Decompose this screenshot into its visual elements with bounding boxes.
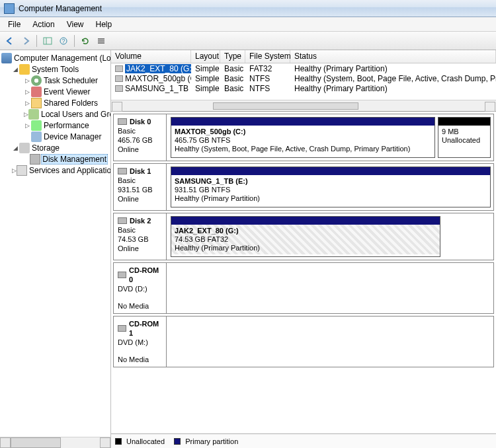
disk-icon bbox=[118, 118, 127, 125]
storage-icon bbox=[19, 143, 30, 153]
view-list-button[interactable] bbox=[94, 34, 108, 48]
disk-partitions bbox=[167, 317, 493, 367]
partition-bar bbox=[171, 217, 440, 225]
disk-row[interactable]: CD-ROM 0 DVD (D:) No Media bbox=[113, 262, 494, 314]
volume-fs: NTFS bbox=[245, 84, 290, 93]
partition-name: JAK2_EXT_80 (G:) bbox=[175, 227, 436, 235]
partition-name: SAMSUNG_1_TB (E:) bbox=[175, 177, 487, 186]
disk-row[interactable]: Disk 2 Basic 74.53 GB Online JAK2_EXT_80… bbox=[113, 213, 494, 260]
volume-row[interactable]: SAMSUNG_1_TB (E:) Simple Basic NTFS Heal… bbox=[111, 83, 496, 93]
services-icon bbox=[17, 165, 27, 176]
volume-layout: Simple bbox=[191, 74, 220, 83]
volume-icon bbox=[115, 65, 123, 72]
tree-label: Shared Folders bbox=[44, 98, 98, 108]
volume-fs: FAT32 bbox=[245, 64, 290, 73]
disk-row[interactable]: Disk 1 Basic 931.51 GB Online SAMSUNG_1_… bbox=[113, 163, 494, 211]
partition-unallocated[interactable]: 9 MB Unallocated bbox=[438, 117, 491, 158]
disk-row[interactable]: CD-ROM 1 DVD (M:) No Media bbox=[113, 316, 494, 367]
col-filesystem[interactable]: File System bbox=[245, 50, 290, 63]
right-pane: Volume Layout Type File System Status JA… bbox=[111, 50, 496, 448]
expand-icon[interactable]: ▷ bbox=[12, 167, 17, 174]
tree-h-scrollbar[interactable] bbox=[0, 437, 110, 448]
expand-icon[interactable]: ▷ bbox=[24, 111, 28, 118]
refresh-button[interactable] bbox=[78, 34, 93, 48]
disk-info: CD-ROM 1 DVD (M:) No Media bbox=[114, 317, 167, 367]
tree-storage[interactable]: ◢Storage bbox=[0, 142, 110, 153]
partition-health: Healthy (Primary Partition) bbox=[175, 244, 436, 252]
partition[interactable]: SAMSUNG_1_TB (E:) 931.51 GB NTFS Healthy… bbox=[171, 167, 491, 207]
toolbar-separator bbox=[74, 35, 75, 47]
volume-row[interactable]: JAK2_EXT_80 (G:) Simple Basic FAT32 Heal… bbox=[111, 63, 496, 73]
tree-label: Device Manager bbox=[44, 132, 101, 141]
computer-mgmt-window: Computer Management File Action View Hel… bbox=[0, 0, 496, 448]
volume-status: Healthy (Primary Partition) bbox=[290, 84, 496, 93]
partition-size: 74.53 GB FAT32 bbox=[175, 235, 436, 244]
tree-systools[interactable]: ◢System Tools bbox=[0, 63, 110, 75]
volume-icon bbox=[115, 85, 123, 92]
tree-shared-folders[interactable]: ▷Shared Folders bbox=[0, 97, 110, 108]
col-type[interactable]: Type bbox=[220, 50, 245, 63]
col-status[interactable]: Status bbox=[290, 50, 496, 63]
col-layout[interactable]: Layout bbox=[191, 50, 220, 63]
window-title: Computer Management bbox=[19, 4, 102, 13]
content-area: Computer Management (Local ◢System Tools… bbox=[0, 50, 496, 448]
back-button[interactable] bbox=[3, 34, 17, 48]
partition[interactable]: JAK2_EXT_80 (G:) 74.53 GB FAT32 Healthy … bbox=[171, 216, 440, 257]
partition-bar bbox=[438, 118, 490, 126]
menu-view[interactable]: View bbox=[62, 19, 89, 30]
legend-label: Primary partition bbox=[185, 437, 238, 445]
expand-icon[interactable]: ▷ bbox=[24, 100, 31, 106]
expand-icon[interactable]: ▷ bbox=[24, 77, 31, 84]
volume-row[interactable]: MAXTOR_500gb (C:) Simple Basic NTFS Heal… bbox=[111, 73, 496, 83]
volume-name: JAK2_EXT_80 (G:) bbox=[125, 64, 191, 73]
svg-rect-5 bbox=[98, 40, 104, 42]
tree-root[interactable]: Computer Management (Local bbox=[0, 52, 110, 63]
disk-status: Online bbox=[118, 145, 162, 154]
partition[interactable]: MAXTOR_500gb (C:) 465.75 GB NTFS Healthy… bbox=[171, 117, 435, 158]
app-icon bbox=[4, 3, 15, 14]
menu-action[interactable]: Action bbox=[27, 19, 60, 30]
nav-tree[interactable]: Computer Management (Local ◢System Tools… bbox=[0, 50, 111, 448]
disk-row[interactable]: Disk 0 Basic 465.76 GB Online MAXTOR_500… bbox=[113, 114, 494, 161]
collapse-icon[interactable]: ◢ bbox=[12, 66, 19, 73]
tree-label: Task Scheduler bbox=[44, 76, 98, 85]
partition-health: Unallocated bbox=[442, 136, 487, 145]
partition-size: 465.75 GB NTFS bbox=[175, 136, 431, 145]
collapse-icon[interactable]: ◢ bbox=[12, 145, 19, 151]
disk-status: Online bbox=[118, 244, 162, 253]
volume-header[interactable]: Volume Layout Type File System Status bbox=[111, 50, 496, 63]
svg-rect-4 bbox=[98, 38, 104, 40]
tree-label: Computer Management (Local bbox=[14, 54, 111, 63]
partition-size: 931.51 GB NTFS bbox=[175, 186, 487, 194]
partition-bar bbox=[171, 118, 434, 126]
volume-status: Healthy (System, Boot, Page File, Active… bbox=[290, 74, 496, 83]
tree-services[interactable]: ▷Services and Applications bbox=[0, 165, 110, 176]
tree-label: Services and Applications bbox=[29, 166, 111, 175]
volume-name: MAXTOR_500gb (C:) bbox=[125, 74, 191, 83]
col-volume[interactable]: Volume bbox=[111, 50, 191, 63]
menu-help[interactable]: Help bbox=[91, 19, 118, 30]
svg-rect-6 bbox=[98, 42, 104, 44]
tree-label: Event Viewer bbox=[44, 87, 90, 96]
tree-disk-management[interactable]: Disk Management bbox=[0, 153, 110, 165]
svg-rect-0 bbox=[44, 38, 52, 44]
disk-partitions bbox=[167, 263, 493, 313]
folder-icon bbox=[31, 98, 42, 108]
disk-type: Basic bbox=[118, 225, 162, 235]
disk-name: CD-ROM 0 bbox=[129, 266, 162, 284]
tree-device-manager[interactable]: Device Manager bbox=[0, 131, 110, 142]
tree-task-scheduler[interactable]: ▷Task Scheduler bbox=[0, 75, 110, 86]
tree-event-viewer[interactable]: ▷Event Viewer bbox=[0, 86, 110, 97]
titlebar[interactable]: Computer Management bbox=[0, 0, 496, 17]
forward-button[interactable] bbox=[19, 34, 33, 48]
tree-local-users[interactable]: ▷Local Users and Groups bbox=[0, 108, 110, 120]
tree-performance[interactable]: ▷Performance bbox=[0, 120, 110, 131]
partition-health: Healthy (Primary Partition) bbox=[175, 194, 487, 203]
volume-h-scrollbar[interactable] bbox=[111, 100, 496, 111]
disk-icon bbox=[30, 154, 40, 165]
expand-icon[interactable]: ▷ bbox=[24, 122, 31, 129]
help-button[interactable]: ? bbox=[56, 34, 71, 48]
menu-file[interactable]: File bbox=[3, 19, 26, 30]
expand-icon[interactable]: ▷ bbox=[24, 89, 31, 95]
show-hide-tree-button[interactable] bbox=[40, 34, 55, 48]
